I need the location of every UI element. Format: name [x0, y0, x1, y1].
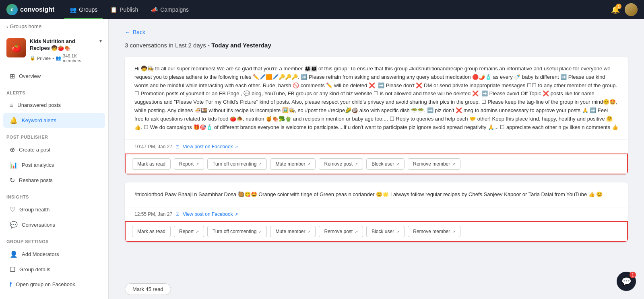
external-icon: ↗ — [355, 162, 358, 166]
heart-icon: ♡ — [10, 206, 15, 213]
fb-icon-2: ⊡ — [175, 211, 180, 217]
turn-off-commenting-btn-1[interactable]: Turn off commenting ↗ — [207, 158, 267, 170]
mute-member-btn-2[interactable]: Mute member ↗ — [270, 226, 316, 237]
post-body-2: #tricolorfood Paav Bhaaji n Saambhar Dos… — [125, 182, 628, 207]
top-navigation: c convosight 👥 Groups 📋 Publish 📣 Campai… — [0, 0, 644, 19]
plus-icon: ⊕ — [10, 146, 15, 154]
sidebar: ‹ Groups home 🍅 Kids Nutrition and Recip… — [0, 19, 109, 299]
post-body-1: Hi 🧒👩‍🍳 to all our super mommies! We are… — [125, 57, 628, 139]
sidebar-item-conversations[interactable]: 💬 Conversations — [3, 217, 105, 232]
chat-icon: 💬 — [621, 276, 632, 286]
external-icon: ↗ — [452, 162, 455, 166]
main-content: ← Back 3 conversations in Last 2 days - … — [109, 19, 644, 299]
group-name: Kids Nutrition and Recipes 🧒🍅🍖 — [30, 38, 95, 52]
arrow-left-icon: ← — [125, 29, 130, 35]
sidebar-item-add-moderators[interactable]: 👤 Add Moderators — [3, 247, 105, 262]
sidebar-item-keyword-alerts[interactable]: 🔔 Keyword alerts — [3, 113, 105, 128]
chat-badge: 1 — [630, 272, 636, 278]
nav-campaigns[interactable]: 📣 Campaigns — [145, 3, 194, 16]
campaigns-icon: 📣 — [151, 6, 158, 13]
action-bar-wrapper-2: Mark as read Report ↗ Turn off commentin… — [125, 221, 628, 242]
chat-bubble-button[interactable]: 💬 1 — [617, 272, 636, 291]
keyword-icon: 🔔 — [10, 117, 18, 124]
sidebar-item-group-details[interactable]: ☐ Group details — [3, 262, 105, 277]
mark-as-read-btn-1[interactable]: Mark as read — [132, 158, 171, 170]
app-logo[interactable]: c convosight — [6, 4, 54, 15]
group-settings-section-label: GROUP SETTINGS — [0, 233, 108, 246]
reshare-icon: ↻ — [10, 176, 15, 184]
nav-groups[interactable]: 👥 Groups — [64, 3, 103, 16]
sidebar-item-unanswered[interactable]: ≡ Unanswered posts — [3, 98, 105, 113]
external-link-icon-1: ↗ — [235, 145, 238, 149]
group-info: Kids Nutrition and Recipes 🧒🍅🍖 🔒 Private… — [30, 38, 95, 63]
external-icon: ↗ — [258, 162, 262, 166]
group-header: 🍅 Kids Nutrition and Recipes 🧒🍅🍖 🔒 Priva… — [0, 33, 108, 68]
post-publisher-section-label: POST PUBLISHER — [0, 128, 108, 142]
fb-icon-1: ⊡ — [175, 144, 180, 150]
remove-member-btn-2[interactable]: Remove member ↗ — [408, 226, 460, 237]
mark-read-bar: Mark 45 read — [109, 279, 644, 299]
sidebar-item-post-analytics[interactable]: 📊 Post analytics — [3, 158, 105, 172]
view-post-fb-link-1[interactable]: View post on Facebook ↗ — [183, 144, 238, 150]
post-footer-2: 12:55 PM, Jan 27 ⊡ View post on Facebook… — [125, 207, 628, 221]
chevron-left-icon: ‹ — [6, 23, 8, 29]
sidebar-item-overview[interactable]: ⊞ Overview — [3, 69, 105, 84]
remove-post-btn-2[interactable]: Remove post ↗ — [319, 226, 363, 237]
sidebar-item-group-health[interactable]: ♡ Group health — [3, 202, 105, 217]
post-footer-1: 10:47 PM, Jan 27 ⊡ View post on Facebook… — [125, 139, 628, 154]
mute-member-btn-1[interactable]: Mute member ↗ — [270, 158, 316, 170]
post-card-1: Hi 🧒👩‍🍳 to all our super mommies! We are… — [125, 57, 628, 174]
back-button[interactable]: ← Back — [125, 29, 145, 35]
external-link-icon-2: ↗ — [235, 212, 238, 217]
external-icon: ↗ — [307, 229, 310, 234]
mark-as-read-btn-2[interactable]: Mark as read — [132, 226, 171, 237]
user-avatar[interactable] — [625, 3, 638, 16]
details-icon: ☐ — [10, 266, 15, 273]
mark-45-read-button[interactable]: Mark 45 read — [125, 283, 171, 295]
alerts-section-label: ALERTS — [0, 84, 108, 98]
list-icon: ≡ — [10, 102, 13, 109]
external-icon: ↗ — [355, 229, 358, 234]
group-thumbnail: 🍅 — [6, 38, 26, 57]
bell-badge: 1 — [616, 4, 621, 9]
facebook-icon: f — [10, 281, 12, 288]
external-icon: ↗ — [307, 162, 310, 166]
external-icon: ↗ — [396, 162, 399, 166]
remove-member-btn-1[interactable]: Remove member ↗ — [408, 158, 460, 170]
action-bar-2: Mark as read Report ↗ Turn off commentin… — [125, 221, 628, 242]
remove-post-btn-1[interactable]: Remove post ↗ — [319, 158, 363, 170]
external-icon: ↗ — [196, 162, 199, 166]
sidebar-item-reshare-posts[interactable]: ↻ Reshare posts — [3, 173, 105, 188]
page-subtitle: 3 conversations in Last 2 days - Today a… — [125, 42, 628, 49]
logo-icon: c — [6, 4, 18, 15]
block-user-btn-1[interactable]: Block user ↗ — [366, 158, 405, 170]
nav-publish[interactable]: 📋 Publish — [105, 3, 144, 16]
turn-off-commenting-btn-2[interactable]: Turn off commenting ↗ — [207, 226, 267, 237]
groups-home-link[interactable]: ‹ Groups home — [0, 19, 108, 33]
conversations-icon: 💬 — [10, 221, 18, 229]
topnav-right: 🔔 1 — [611, 3, 638, 16]
main-layout: ‹ Groups home 🍅 Kids Nutrition and Recip… — [0, 19, 644, 299]
external-icon: ↗ — [396, 229, 399, 234]
bell-button[interactable]: 🔔 1 — [611, 5, 620, 14]
insights-section-label: INSIGHTS — [0, 188, 108, 202]
report-btn-2[interactable]: Report ↗ — [174, 226, 204, 237]
external-icon: ↗ — [452, 229, 455, 234]
block-user-btn-2[interactable]: Block user ↗ — [366, 226, 405, 237]
action-bar-wrapper-1: Mark as read Report ↗ Turn off commentin… — [125, 154, 628, 174]
groups-icon: 👥 — [70, 6, 76, 13]
sidebar-item-create-post[interactable]: ⊕ Create a post — [3, 142, 105, 157]
grid-icon: ⊞ — [10, 72, 15, 80]
lock-icon: 🔒 — [30, 55, 35, 61]
group-dropdown-button[interactable]: ▾ — [99, 38, 102, 44]
logo-text: convosight — [20, 6, 54, 13]
group-meta: 🔒 Private • 👥 346.1K members — [30, 53, 95, 63]
report-btn-1[interactable]: Report ↗ — [174, 158, 204, 170]
external-icon: ↗ — [196, 229, 199, 234]
publish-icon: 📋 — [110, 6, 117, 13]
action-bar-1: Mark as read Report ↗ Turn off commentin… — [125, 154, 628, 174]
members-icon: 👥 — [56, 55, 61, 61]
nav-items: 👥 Groups 📋 Publish 📣 Campaigns — [64, 3, 611, 16]
sidebar-item-open-fb[interactable]: f Open group on Facebook — [3, 277, 105, 292]
view-post-fb-link-2[interactable]: View post on Facebook ↗ — [183, 211, 238, 217]
